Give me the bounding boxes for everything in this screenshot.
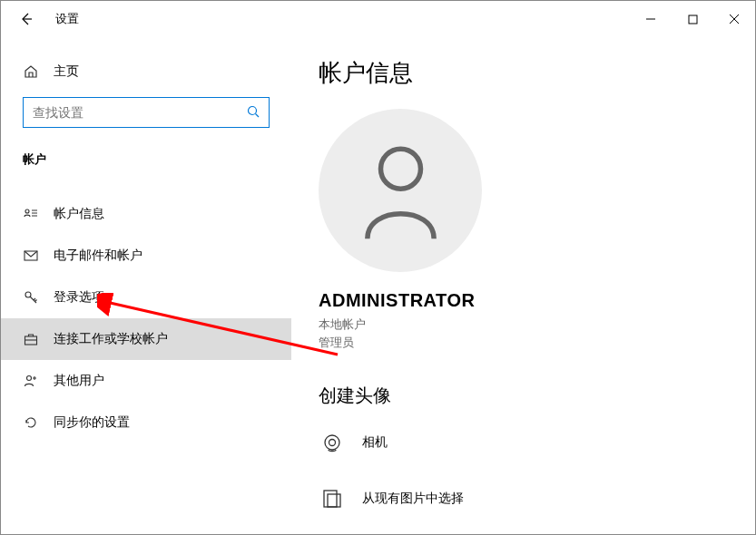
back-button[interactable] xyxy=(14,6,39,32)
option-label: 从现有图片中选择 xyxy=(362,491,464,507)
sidebar: 主页 帐户 帐户信息 xyxy=(1,37,291,534)
search-box[interactable] xyxy=(23,97,270,128)
close-icon xyxy=(729,14,740,24)
home-icon xyxy=(23,64,39,79)
mail-icon xyxy=(23,248,39,263)
titlebar: 设置 xyxy=(1,1,755,37)
option-camera[interactable]: 相机 xyxy=(319,421,755,464)
sidebar-section-label: 帐户 xyxy=(1,128,291,177)
window-controls xyxy=(630,1,755,37)
create-avatar-title: 创建头像 xyxy=(319,384,755,408)
person-card-icon xyxy=(23,207,39,221)
sidebar-item-work-school[interactable]: 连接工作或学校帐户 xyxy=(1,318,291,360)
key-icon xyxy=(23,290,39,305)
sidebar-item-label: 连接工作或学校帐户 xyxy=(54,331,168,347)
person-icon xyxy=(358,141,444,240)
sidebar-item-label: 电子邮件和帐户 xyxy=(54,248,142,264)
window-title: 设置 xyxy=(55,11,79,27)
option-browse[interactable]: 从现有图片中选择 xyxy=(319,477,755,520)
search-icon xyxy=(247,105,260,121)
search-input[interactable] xyxy=(33,105,247,120)
option-label: 相机 xyxy=(362,434,388,451)
sidebar-item-other-users[interactable]: 其他用户 xyxy=(1,360,291,402)
svg-point-8 xyxy=(325,435,339,450)
page-title: 帐户信息 xyxy=(319,57,755,89)
sidebar-item-signin-options[interactable]: 登录选项 xyxy=(1,277,291,318)
browse-icon xyxy=(319,488,346,510)
svg-rect-10 xyxy=(324,491,337,507)
main-panel: 帐户信息 ADMINISTRATOR 本地帐户 管理员 创建头像 相机 xyxy=(291,37,755,534)
username: ADMINISTRATOR xyxy=(319,290,755,311)
maximize-button[interactable] xyxy=(672,1,713,37)
maximize-icon xyxy=(688,15,698,24)
svg-rect-0 xyxy=(689,15,697,24)
sidebar-item-label: 其他用户 xyxy=(54,373,104,389)
account-type: 本地帐户 xyxy=(319,316,755,333)
nav-list: 帐户信息 电子邮件和帐户 登录选项 xyxy=(1,193,291,443)
svg-point-7 xyxy=(380,149,420,189)
minimize-icon xyxy=(645,14,656,24)
svg-point-6 xyxy=(27,376,32,381)
svg-rect-11 xyxy=(328,494,340,507)
close-button[interactable] xyxy=(713,1,755,37)
svg-point-9 xyxy=(329,440,336,446)
briefcase-icon xyxy=(23,332,39,346)
avatar xyxy=(319,109,482,272)
minimize-button[interactable] xyxy=(630,1,672,37)
sidebar-item-label: 同步你的设置 xyxy=(54,414,130,431)
svg-point-2 xyxy=(25,209,29,213)
svg-point-1 xyxy=(249,106,257,114)
sidebar-item-sync-settings[interactable]: 同步你的设置 xyxy=(1,402,291,443)
sidebar-item-label: 帐户信息 xyxy=(54,206,104,222)
sidebar-item-account-info[interactable]: 帐户信息 xyxy=(1,193,291,235)
avatar-block: ADMINISTRATOR 本地帐户 管理员 xyxy=(319,109,755,351)
people-add-icon xyxy=(23,374,39,388)
home-button[interactable]: 主页 xyxy=(1,55,291,88)
sync-icon xyxy=(23,415,39,430)
sidebar-item-label: 登录选项 xyxy=(54,289,104,306)
account-role: 管理员 xyxy=(319,335,755,351)
sidebar-item-email-accounts[interactable]: 电子邮件和帐户 xyxy=(1,235,291,277)
arrow-left-icon xyxy=(19,12,34,26)
home-label: 主页 xyxy=(54,63,79,80)
camera-icon xyxy=(319,432,346,453)
